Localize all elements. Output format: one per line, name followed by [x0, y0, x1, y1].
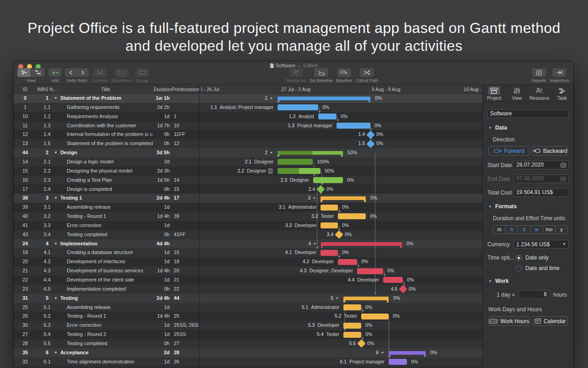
- hours-per-day-field[interactable]: 8: [519, 290, 550, 299]
- table-row[interactable]: 162.3Creating a Test Plan1d 5h14: [14, 176, 199, 185]
- table-row[interactable]: 326.1Time alignment demonstration1d26: [14, 357, 199, 367]
- collapse-caret-icon[interactable]: ▼: [336, 297, 339, 300]
- disconnect-button[interactable]: [115, 68, 128, 77]
- collapse-caret-icon[interactable]: ▼: [270, 151, 273, 154]
- collapse-caret-icon[interactable]: ▼: [270, 97, 273, 100]
- section-formats[interactable]: ▼ Formats: [488, 203, 569, 210]
- gantt-task-bar[interactable]: [318, 114, 337, 119]
- col-duration[interactable]: Duration: [154, 85, 172, 94]
- collapse-caret-icon[interactable]: ▼: [54, 351, 58, 355]
- gantt-task-bar[interactable]: [338, 213, 366, 219]
- table-row[interactable]: 152.2Designing the physical model2d 3h: [14, 167, 199, 176]
- radio-date-and-time[interactable]: Date and time: [516, 265, 560, 271]
- critical-path-button[interactable]: [360, 68, 374, 77]
- table-row[interactable]: 305.3Error correction1d25SS; 26SF: [14, 321, 199, 330]
- col-id[interactable]: ID: [14, 85, 37, 94]
- radio-date-only[interactable]: Date only: [516, 254, 560, 261]
- baseline-button[interactable]: [337, 68, 351, 77]
- project-name-field[interactable]: Software: [487, 109, 569, 118]
- group-button[interactable]: [135, 68, 149, 77]
- table-row[interactable]: 403.2Testing - Round 11d 4h39: [14, 212, 199, 221]
- gantt-summary-bar[interactable]: [321, 242, 402, 246]
- note-icon[interactable]: [268, 168, 273, 173]
- section-work[interactable]: ▼ Work: [488, 278, 569, 284]
- gantt-timeline-header[interactable]: l - 26 Jul27 Jul - 2 Aug3 Aug - 9 Aug10 …: [199, 85, 482, 94]
- gantt-task-bar[interactable]: [343, 332, 361, 338]
- collapse-caret-icon[interactable]: ▼: [313, 196, 316, 200]
- view-gantt-button[interactable]: [17, 68, 31, 77]
- collapse-caret-icon[interactable]: ▼: [54, 196, 58, 200]
- section-data[interactable]: ▼ Data: [488, 124, 569, 131]
- table-row[interactable]: 204.2Development of interfaces1d18: [14, 257, 199, 266]
- gantt-task-bar[interactable]: [361, 314, 389, 319]
- total-cost-field[interactable]: 19 504.91 US$: [513, 188, 569, 197]
- start-date-field[interactable]: 28.07.2020: [513, 161, 569, 169]
- set-baseline-button[interactable]: [314, 68, 328, 77]
- table-row[interactable]: 275.4Testing - Round 21d25SS: [14, 330, 199, 339]
- col-wbs[interactable]: WBS N...: [37, 85, 58, 94]
- work-hours-button[interactable]: 24:00 Work Hours: [488, 316, 530, 326]
- collapse-caret-icon[interactable]: ▼: [54, 296, 58, 300]
- gantt-task-bar[interactable]: [337, 123, 370, 129]
- tab-task[interactable]: Task: [551, 85, 574, 102]
- table-row[interactable]: 265.2Testing - Round 11d 4h25: [14, 312, 199, 321]
- forward-button[interactable]: Forward: [488, 146, 529, 156]
- table-row[interactable]: 433.4Testing completed0h41FF: [14, 230, 199, 239]
- table-row[interactable]: 224.4Development of the client side1d21: [14, 276, 199, 285]
- gantt-task-bar[interactable]: [338, 259, 357, 265]
- backward-button[interactable]: Backward: [532, 146, 568, 156]
- table-row[interactable]: 172.4Design is completed0h15: [14, 185, 199, 194]
- unit-w[interactable]: w: [531, 226, 543, 233]
- currency-select[interactable]: 1 234.56 US$ ▼: [513, 240, 569, 249]
- collapse-caret-icon[interactable]: ▼: [54, 151, 58, 155]
- table-row[interactable]: 383▼Testing 12d 4h17: [14, 194, 199, 203]
- gantt-task-bar[interactable]: [278, 104, 318, 110]
- collapse-caret-icon[interactable]: ▼: [54, 96, 58, 100]
- table-row[interactable]: 184.1Creating a database structure1d15: [14, 248, 199, 257]
- collapse-caret-icon[interactable]: ▼: [381, 351, 384, 354]
- calendar-button[interactable]: Calendar: [533, 316, 568, 326]
- col-predecessors[interactable]: Predecessors: [172, 85, 199, 94]
- table-row[interactable]: 234.5Implementation completed0h22: [14, 285, 199, 294]
- table-row[interactable]: 111.3Coordination with the customer1d 7h…: [14, 121, 199, 130]
- table-row[interactable]: 285.5Testing completed0h27: [14, 339, 199, 348]
- table-row[interactable]: 315▼Testing2d 4h44: [14, 294, 199, 303]
- unit-y[interactable]: y: [556, 226, 567, 233]
- table-row[interactable]: 442▼Design3d 5h: [14, 148, 199, 157]
- unit-mo[interactable]: mo: [543, 226, 556, 233]
- connect-button[interactable]: [93, 68, 107, 77]
- table-row[interactable]: 121.4Internal formulation of the problem…: [14, 130, 199, 139]
- gantt-summary-bar[interactable]: [343, 297, 389, 300]
- gantt-summary-bar[interactable]: [389, 351, 426, 355]
- unit-h[interactable]: h: [506, 226, 518, 233]
- tab-view[interactable]: View: [506, 85, 529, 102]
- table-row[interactable]: 101.2Requirements Analysis1d1: [14, 112, 199, 121]
- gantt-task-bar[interactable]: [357, 268, 383, 274]
- gantt-task-bar[interactable]: [383, 277, 403, 283]
- gantt-task-bar[interactable]: [313, 177, 343, 183]
- gantt-task-bar[interactable]: [321, 205, 338, 211]
- table-row[interactable]: 131.5Statement of the problem is complet…: [14, 139, 199, 148]
- reports-button[interactable]: [532, 68, 546, 77]
- add-button[interactable]: +▾: [48, 68, 61, 77]
- table-row[interactable]: 356▼Acceptance2d28: [14, 348, 199, 357]
- gantt-summary-bar[interactable]: [321, 196, 366, 200]
- gantt-task-bar[interactable]: [321, 250, 338, 256]
- collapse-caret-icon[interactable]: ▼: [313, 242, 316, 245]
- gantt-task-bar[interactable]: [389, 359, 407, 365]
- undo-button[interactable]: [65, 68, 77, 77]
- inspectors-button[interactable]: [552, 68, 566, 77]
- end-date-field[interactable]: 07.08.2020: [513, 174, 569, 183]
- collapse-caret-icon[interactable]: ▼: [54, 242, 58, 246]
- table-row[interactable]: 413.3Error correction1d: [14, 221, 199, 230]
- gantt-task-bar[interactable]: [278, 159, 313, 165]
- gantt-task-bar[interactable]: [343, 323, 361, 329]
- gantt-summary-bar[interactable]: [278, 151, 343, 155]
- gantt-task-bar[interactable]: [278, 168, 321, 174]
- resources-button[interactable]: [289, 68, 303, 77]
- table-row[interactable]: 244▼Implementation4d 4h: [14, 239, 199, 249]
- col-title[interactable]: Title: [58, 85, 154, 94]
- table-row[interactable]: 11.1Gathering requirements2d 2h: [14, 103, 199, 112]
- gantt-summary-bar[interactable]: [278, 97, 370, 100]
- view-network-button[interactable]: [31, 68, 45, 77]
